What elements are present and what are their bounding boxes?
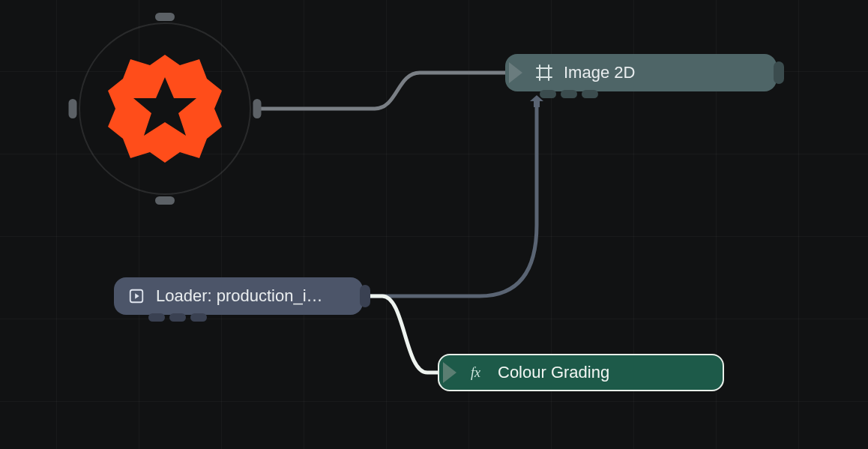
arrow-in-icon: [509, 62, 522, 83]
svg-text:fx: fx: [471, 365, 480, 380]
hub-port-bottom[interactable]: [155, 196, 175, 205]
arrow-in-icon: [443, 362, 456, 383]
node-loader-label: Loader: production_id…: [156, 286, 328, 306]
node-colour-grading[interactable]: fx Colour Grading: [438, 354, 724, 391]
hub-node[interactable]: [67, 11, 262, 206]
node-loader-input[interactable]: [114, 277, 136, 315]
node-image-2d[interactable]: Image 2D: [505, 54, 777, 91]
hub-port-right[interactable]: [253, 99, 262, 118]
star-gear-icon: [105, 49, 225, 169]
node-loader-output[interactable]: [360, 285, 370, 307]
node-image-2d-output[interactable]: [774, 61, 784, 84]
node-image-2d-bottom-ports[interactable]: [540, 90, 598, 98]
node-colour-grading-label: Colour Grading: [498, 363, 609, 382]
node-colour-grading-input[interactable]: [439, 355, 462, 390]
node-image-2d-input[interactable]: [505, 54, 528, 91]
fx-icon: fx: [469, 364, 487, 382]
node-loader[interactable]: Loader: production_id…: [114, 277, 363, 315]
hub-port-left[interactable]: [69, 99, 77, 118]
frame-icon: [535, 64, 553, 82]
node-image-2d-label: Image 2D: [564, 63, 635, 82]
hub-port-top[interactable]: [155, 13, 175, 21]
node-loader-bottom-ports[interactable]: [148, 313, 207, 322]
